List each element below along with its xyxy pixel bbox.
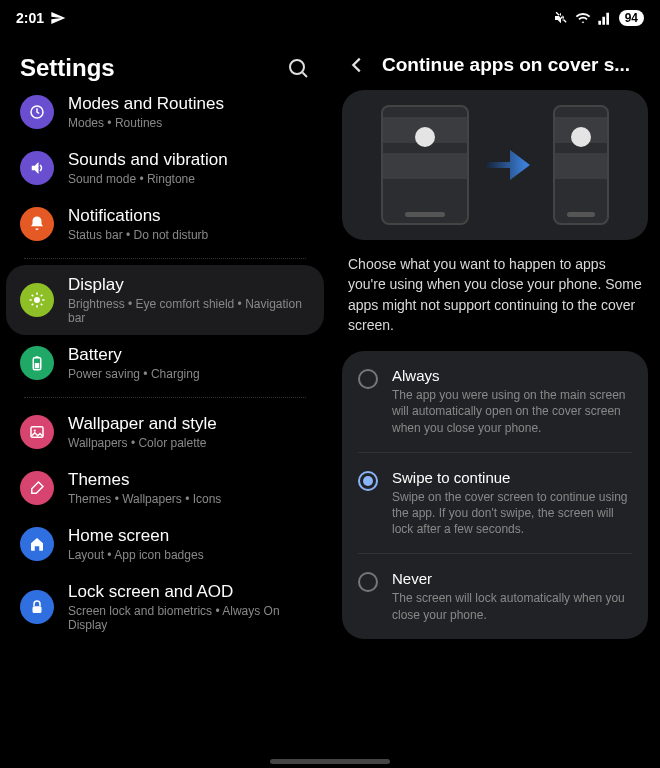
status-time: 2:01 xyxy=(16,10,44,26)
setting-subtitle: Modes • Routines xyxy=(68,116,224,130)
battery-icon xyxy=(20,346,54,380)
option-desc: The app you were using on the main scree… xyxy=(392,387,632,436)
setting-subtitle: Wallpapers • Color palette xyxy=(68,436,217,450)
brush-icon xyxy=(20,471,54,505)
signal-icon xyxy=(597,10,613,26)
setting-title: Modes and Routines xyxy=(68,94,224,114)
home-icon xyxy=(20,527,54,561)
settings-item-sounds-and-vibration[interactable]: Sounds and vibrationSound mode • Rington… xyxy=(6,140,324,196)
svg-point-0 xyxy=(290,60,304,74)
setting-title: Lock screen and AOD xyxy=(68,582,310,602)
nav-handle[interactable] xyxy=(270,759,390,764)
option-title: Swipe to continue xyxy=(392,469,632,486)
setting-subtitle: Sound mode • Ringtone xyxy=(68,172,228,186)
detail-description: Choose what you want to happen to apps y… xyxy=(338,254,652,351)
svg-rect-14 xyxy=(35,363,40,368)
bell-icon xyxy=(20,207,54,241)
svg-point-16 xyxy=(34,429,36,431)
svg-point-3 xyxy=(34,297,40,303)
setting-title: Sounds and vibration xyxy=(68,150,228,170)
phone-open-illustration xyxy=(381,105,469,225)
setting-title: Notifications xyxy=(68,206,208,226)
divider xyxy=(24,258,306,259)
option-title: Never xyxy=(392,570,632,587)
option-swipe-to-continue[interactable]: Swipe to continueSwipe on the cover scre… xyxy=(358,452,632,554)
setting-subtitle: Screen lock and biometrics • Always On D… xyxy=(68,604,310,632)
divider xyxy=(24,397,306,398)
wifi-icon xyxy=(575,10,591,26)
option-desc: Swipe on the cover screen to continue us… xyxy=(392,489,632,538)
setting-title: Themes xyxy=(68,470,221,490)
settings-item-battery[interactable]: BatteryPower saving • Charging xyxy=(6,335,324,391)
lock-icon xyxy=(20,590,54,624)
settings-item-display[interactable]: DisplayBrightness • Eye comfort shield •… xyxy=(6,265,324,335)
setting-subtitle: Themes • Wallpapers • Icons xyxy=(68,492,221,506)
detail-title: Continue apps on cover s... xyxy=(382,54,630,76)
svg-line-11 xyxy=(41,295,43,297)
settings-pane: Settings Modes and RoutinesModes • Routi… xyxy=(0,36,330,768)
settings-title: Settings xyxy=(20,54,115,82)
search-icon[interactable] xyxy=(286,56,310,80)
svg-line-8 xyxy=(32,295,34,297)
detail-pane: Continue apps on cover s... Choose what … xyxy=(330,36,660,768)
option-always[interactable]: AlwaysThe app you were using on the main… xyxy=(342,351,648,452)
options-card: AlwaysThe app you were using on the main… xyxy=(342,351,648,639)
setting-subtitle: Status bar • Do not disturb xyxy=(68,228,208,242)
radio-button[interactable] xyxy=(358,572,378,592)
setting-subtitle: Layout • App icon badges xyxy=(68,548,204,562)
radio-button[interactable] xyxy=(358,369,378,389)
svg-rect-17 xyxy=(33,606,42,613)
settings-item-home-screen[interactable]: Home screenLayout • App icon badges xyxy=(6,516,324,572)
settings-item-notifications[interactable]: NotificationsStatus bar • Do not disturb xyxy=(6,196,324,252)
radio-button[interactable] xyxy=(358,471,378,491)
setting-subtitle: Brightness • Eye comfort shield • Naviga… xyxy=(68,297,310,325)
settings-item-wallpaper-and-style[interactable]: Wallpaper and styleWallpapers • Color pa… xyxy=(6,404,324,460)
picture-icon xyxy=(20,415,54,449)
battery-badge: 94 xyxy=(619,10,644,26)
svg-line-1 xyxy=(303,73,308,78)
send-icon xyxy=(50,10,66,26)
setting-title: Home screen xyxy=(68,526,204,546)
svg-rect-13 xyxy=(36,356,39,358)
phone-cover-illustration xyxy=(553,105,609,225)
option-never[interactable]: NeverThe screen will lock automatically … xyxy=(358,553,632,638)
setting-subtitle: Power saving • Charging xyxy=(68,367,200,381)
svg-line-10 xyxy=(32,304,34,306)
settings-item-modes-and-routines[interactable]: Modes and RoutinesModes • Routines xyxy=(6,84,324,140)
setting-title: Wallpaper and style xyxy=(68,414,217,434)
setting-title: Display xyxy=(68,275,310,295)
sound-icon xyxy=(20,151,54,185)
settings-item-themes[interactable]: ThemesThemes • Wallpapers • Icons xyxy=(6,460,324,516)
option-desc: The screen will lock automatically when … xyxy=(392,590,632,622)
modes-icon xyxy=(20,95,54,129)
settings-item-lock-screen-and-aod[interactable]: Lock screen and AODScreen lock and biome… xyxy=(6,572,324,642)
status-bar: 2:01 94 xyxy=(0,0,660,36)
illustration xyxy=(342,90,648,240)
mute-icon xyxy=(553,10,569,26)
option-title: Always xyxy=(392,367,632,384)
back-icon[interactable] xyxy=(346,54,368,76)
arrow-icon xyxy=(487,150,535,180)
svg-line-9 xyxy=(41,304,43,306)
sun-icon xyxy=(20,283,54,317)
setting-title: Battery xyxy=(68,345,200,365)
